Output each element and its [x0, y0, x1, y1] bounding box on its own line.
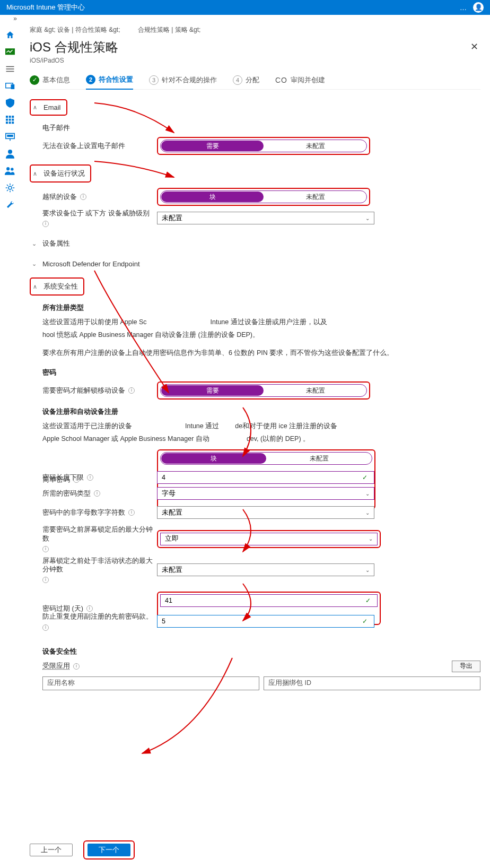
prevent-reuse-label: 防止重复使用副注册的先前密码款。i [42, 612, 154, 630]
export-button[interactable]: 导出 [452, 661, 480, 672]
svg-rect-5 [11, 84, 15, 89]
sidebar [0, 28, 20, 210]
svg-line-29 [12, 185, 13, 186]
next-button[interactable]: 下一个 [88, 844, 130, 856]
footer-buttons: 上一个 下一个 [20, 840, 135, 860]
max-min-after-lock-select[interactable]: 立即⌄ [160, 533, 378, 545]
svg-line-27 [12, 190, 13, 191]
email-managed-toggle[interactable]: 需要 未配置 [160, 140, 367, 152]
home-icon[interactable] [5, 30, 15, 40]
simple-password-toggle[interactable]: 块 未配置 [160, 452, 372, 465]
wizard-steps: ✓基本信息 2符合性设置 3针对不合规的操作 4分配 CO审阅并创建 [30, 75, 480, 90]
main-content: 家庭 &gt; 设备 | 符合性策略 &gt; 合规性策略 | 策略 &gt; … [20, 21, 490, 868]
breadcrumb: 家庭 &gt; 设备 | 符合性策略 &gt; 合规性策略 | 策略 &gt; [30, 25, 480, 34]
password-expire-input[interactable]: 41✓ [160, 594, 378, 607]
email-managed-label: 无法在设备上设置电子邮件 [42, 142, 154, 150]
portal-title: Microsoft Intune 管理中心 [6, 3, 85, 12]
device-security-heading: 设备安全性 [42, 647, 480, 656]
gear-icon[interactable] [5, 183, 15, 193]
step-basic[interactable]: ✓基本信息 [30, 75, 70, 89]
svg-rect-7 [9, 116, 11, 118]
svg-rect-11 [12, 119, 14, 121]
nonalpha-select[interactable]: 未配置⌄ [157, 506, 374, 519]
svg-line-28 [7, 190, 8, 191]
jailbreak-label: 越狱的设备i [42, 193, 154, 201]
nonalpha-label: 密码中的非字母数字字符数i [42, 508, 154, 517]
sidebar-collapse-toggle[interactable]: » [0, 15, 20, 28]
svg-rect-8 [12, 116, 14, 118]
step-compliance[interactable]: 2符合性设置 [86, 75, 133, 90]
all-reg-types-heading: 所有注册类型 [42, 303, 480, 313]
section-email-header[interactable]: ∧Email [31, 100, 63, 115]
svg-point-18 [8, 150, 12, 154]
threat-level-select[interactable]: 未配置⌄ [157, 212, 374, 224]
grid-icon[interactable] [5, 115, 15, 125]
shield-icon[interactable] [5, 98, 15, 108]
max-min-after-lock-label: 需要密码之前屏幕锁定后的最大分钟数i [42, 525, 154, 552]
svg-rect-13 [9, 121, 11, 124]
previous-button[interactable]: 上一个 [30, 844, 73, 856]
svg-rect-0 [5, 48, 15, 55]
svg-rect-6 [6, 116, 8, 118]
devices-icon[interactable] [5, 81, 15, 91]
svg-point-19 [6, 167, 10, 170]
svg-point-20 [11, 168, 13, 170]
wrench-icon[interactable] [5, 199, 15, 210]
require-password-label: 需要密码才能解锁移动设备i [42, 386, 154, 395]
threat-level-label: 要求设备位于 或下方 设备威胁级别i [42, 209, 154, 227]
svg-rect-9 [6, 119, 8, 121]
step-review[interactable]: CO审阅并创建 [275, 75, 325, 89]
page-title: iOS 合规性策略 [30, 39, 118, 56]
section-system-security[interactable]: ∧系统安全性 [31, 279, 80, 294]
step-assign[interactable]: 4分配 [233, 75, 259, 89]
dev-enrollment-heading: 设备注册和自动设备注册 [42, 407, 480, 416]
presentation-icon[interactable] [5, 132, 15, 142]
app-bundle-id-input[interactable]: 应用捆绑包 ID [264, 676, 480, 690]
password-heading: 密码 [42, 368, 480, 377]
password-type-select[interactable]: 字母⌄ [157, 487, 374, 500]
users-icon[interactable] [5, 166, 15, 176]
require-password-toggle[interactable]: 需要 未配置 [160, 384, 367, 397]
svg-rect-16 [7, 135, 13, 137]
min-length-input[interactable]: 4✓ [157, 471, 374, 484]
svg-line-26 [7, 185, 8, 186]
user-icon[interactable] [5, 149, 15, 159]
max-min-inactive-label: 屏幕锁定之前处于非活动状态的最大分钟数i [42, 557, 154, 584]
password-type-label: 所需的密码类型i [42, 489, 154, 498]
section-device-properties[interactable]: ⌄设备属性 [30, 236, 480, 251]
page-subtitle: iOS/iPadOS [30, 57, 118, 64]
email-subheading: 电子邮件 [42, 123, 480, 133]
app-name-input[interactable]: 应用名称 [42, 676, 259, 690]
max-min-inactive-select[interactable]: 未配置⌄ [157, 563, 374, 576]
svg-rect-10 [9, 119, 11, 121]
top-header-bar: Microsoft Intune 管理中心 … 👤 [0, 0, 490, 15]
password-expire-label: 密码过期 (天)i [42, 604, 154, 613]
list-icon[interactable] [5, 64, 15, 74]
header-more-icon[interactable]: … [460, 4, 467, 12]
prevent-reuse-input[interactable]: 5✓ [157, 615, 374, 628]
step-noncompliance[interactable]: 3针对不合规的操作 [149, 75, 217, 89]
svg-rect-12 [6, 121, 8, 124]
restricted-apps-label: 受限应用i [42, 662, 154, 670]
user-avatar[interactable]: 👤 [473, 2, 484, 13]
close-icon[interactable]: ✕ [468, 39, 480, 55]
section-health-header[interactable]: ∧设备运行状况 [31, 166, 87, 181]
svg-rect-14 [12, 121, 14, 124]
section-defender[interactable]: ⌄Microsoft Defender for Endpoint [30, 257, 480, 271]
jailbreak-toggle[interactable]: 块 未配置 [160, 190, 367, 203]
min-length-label: 密码长度下限i [42, 473, 154, 482]
monitor-icon[interactable] [5, 47, 15, 57]
svg-point-21 [8, 186, 12, 189]
